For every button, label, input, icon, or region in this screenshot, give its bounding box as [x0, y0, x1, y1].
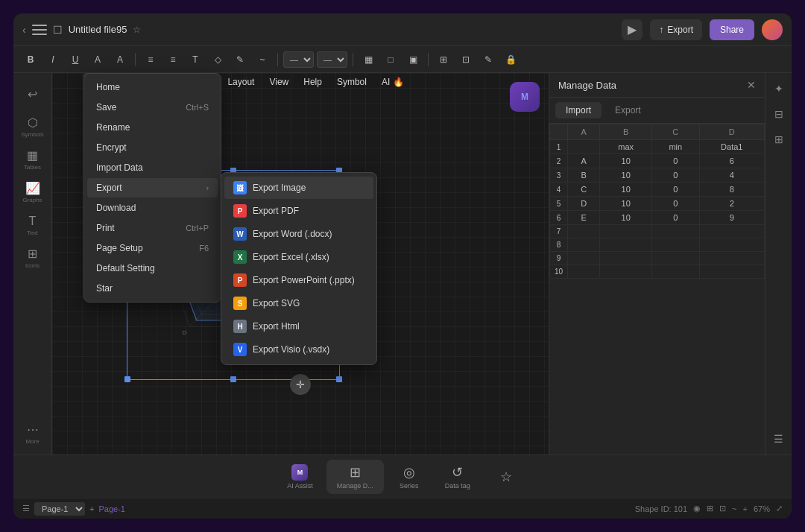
- cell-1-d[interactable]: Data1: [699, 140, 764, 154]
- menu-default-setting[interactable]: Default Setting: [87, 259, 218, 278]
- cell-4-a[interactable]: C: [568, 183, 600, 197]
- cell-9-a[interactable]: [568, 252, 600, 265]
- cell-6-d[interactable]: 9: [699, 211, 764, 225]
- cell-3-c[interactable]: 0: [652, 168, 699, 183]
- cell-7-c[interactable]: [652, 225, 699, 238]
- container-button[interactable]: ▣: [403, 50, 423, 69]
- sidebar-item-undo[interactable]: ↩: [18, 79, 48, 109]
- export-image[interactable]: 🖼 Export Image: [224, 177, 373, 199]
- export-button[interactable]: ↑ Export: [650, 19, 702, 40]
- fullscreen-icon[interactable]: ⤢: [776, 504, 783, 513]
- shape-tool-button[interactable]: ◇: [208, 50, 227, 69]
- menu-print[interactable]: Print Ctrl+P: [87, 218, 218, 238]
- export-word[interactable]: W Export Word (.docx): [224, 223, 373, 245]
- line-style-select[interactable]: —: [283, 51, 314, 68]
- cell-8-a[interactable]: [568, 238, 600, 252]
- star-icon[interactable]: ☆: [133, 25, 141, 35]
- font-color-button[interactable]: A: [88, 50, 107, 69]
- sidebar-item-tables[interactable]: ▦ Tables: [18, 145, 48, 174]
- sidebar-item-more[interactable]: ⋯ More: [18, 419, 48, 449]
- export-ppt[interactable]: P Export PowerPoint (.pptx): [224, 269, 373, 291]
- cell-2-d[interactable]: 6: [699, 154, 764, 168]
- line-width-select[interactable]: —: [317, 51, 347, 68]
- menu-export[interactable]: Export ›: [87, 178, 218, 197]
- cell-5-c[interactable]: 0: [652, 197, 699, 211]
- bt-ai-assist[interactable]: M AI Assist: [277, 460, 323, 494]
- menu-page-setup[interactable]: Page Setup F6: [87, 238, 218, 258]
- sidebar-item-symbols[interactable]: ⬡ Symbols: [18, 112, 48, 142]
- cell-7-a[interactable]: [568, 225, 600, 238]
- export-svg[interactable]: S Export SVG: [224, 292, 373, 314]
- cell-2-a[interactable]: A: [568, 154, 600, 168]
- align-center-button[interactable]: ≡: [163, 50, 183, 69]
- export-html[interactable]: H Export Html: [224, 315, 373, 338]
- cell-1-a[interactable]: [568, 140, 600, 154]
- cell-8-c[interactable]: [652, 238, 699, 252]
- table-button[interactable]: ▦: [359, 50, 378, 69]
- cell-3-b[interactable]: 10: [600, 168, 652, 183]
- snap-button[interactable]: ⊡: [456, 50, 476, 69]
- connector-tool-button[interactable]: ~: [253, 50, 272, 69]
- page-select[interactable]: Page-1: [34, 502, 85, 516]
- cell-9-c[interactable]: [652, 252, 699, 265]
- user-avatar[interactable]: [762, 19, 783, 40]
- cell-9-b[interactable]: [600, 252, 652, 265]
- bt-series[interactable]: ◎ Series: [387, 460, 432, 494]
- sidebar-item-icons[interactable]: ⊞ Icons: [18, 243, 48, 273]
- cell-8-d[interactable]: [699, 238, 764, 252]
- right-icon-layers[interactable]: ⊟: [769, 104, 789, 124]
- cell-3-a[interactable]: B: [568, 168, 600, 183]
- cell-6-a[interactable]: E: [568, 211, 600, 225]
- cell-10-d[interactable]: [699, 265, 764, 279]
- cell-10-c[interactable]: [652, 265, 699, 279]
- ai-badge[interactable]: M: [510, 82, 540, 112]
- cell-4-b[interactable]: 10: [600, 183, 652, 197]
- tab-import[interactable]: Import: [555, 102, 602, 118]
- back-button[interactable]: ‹: [22, 24, 26, 36]
- tab-export[interactable]: Export: [604, 102, 651, 118]
- cell-5-b[interactable]: 10: [600, 197, 652, 211]
- cell-10-a[interactable]: [568, 265, 600, 279]
- lock-button[interactable]: 🔒: [501, 50, 520, 69]
- menubar-help[interactable]: Help: [296, 73, 329, 91]
- cell-7-d[interactable]: [699, 225, 764, 238]
- text-tool-button[interactable]: T: [186, 50, 205, 69]
- menu-home[interactable]: Home: [87, 77, 218, 97]
- cell-7-b[interactable]: [600, 225, 652, 238]
- handle-bottom-mid[interactable]: [230, 376, 236, 382]
- cell-1-c[interactable]: min: [652, 140, 699, 154]
- menubar-symbol[interactable]: Symbol: [329, 73, 374, 91]
- share-button[interactable]: Share: [710, 19, 754, 40]
- menu-icon[interactable]: [32, 25, 47, 35]
- add-page-button[interactable]: +: [89, 504, 94, 513]
- font-highlight-button[interactable]: A: [110, 50, 130, 69]
- cell-2-c[interactable]: 0: [652, 154, 699, 168]
- right-icon-grid[interactable]: ⊞: [769, 130, 789, 149]
- cell-9-d[interactable]: [699, 252, 764, 265]
- bold-button[interactable]: B: [21, 50, 40, 69]
- menubar-layout[interactable]: Layout: [220, 73, 262, 91]
- play-button[interactable]: ▶: [622, 19, 643, 40]
- export-pdf[interactable]: P Export PDF: [224, 200, 373, 222]
- menu-save[interactable]: Save Ctrl+S: [87, 98, 218, 117]
- italic-button[interactable]: I: [43, 50, 63, 69]
- align-left-button[interactable]: ≡: [141, 50, 160, 69]
- panel-close-button[interactable]: ✕: [747, 79, 756, 91]
- bt-manage-data[interactable]: ⊞ Manage D...: [326, 460, 384, 494]
- right-icon-magic[interactable]: ✦: [769, 79, 789, 98]
- menu-import-data[interactable]: Import Data: [87, 158, 218, 177]
- data-table-wrap[interactable]: A B C D 1 max min Data1: [549, 124, 765, 455]
- edit-button[interactable]: ✎: [479, 50, 498, 69]
- cell-1-b[interactable]: max: [600, 140, 652, 154]
- cell-8-b[interactable]: [600, 238, 652, 252]
- cell-4-d[interactable]: 8: [699, 183, 764, 197]
- cell-6-c[interactable]: 0: [652, 211, 699, 225]
- cell-5-d[interactable]: 2: [699, 197, 764, 211]
- frame-button[interactable]: □: [381, 50, 400, 69]
- bt-data-tag[interactable]: ↺ Data tag: [435, 460, 481, 494]
- handle-bottom-right[interactable]: [336, 376, 342, 382]
- sidebar-item-text[interactable]: T Text: [18, 210, 48, 240]
- grid-button[interactable]: ⊞: [434, 50, 453, 69]
- sidebar-item-graphs[interactable]: 📈 Graphs: [18, 177, 48, 207]
- menu-download[interactable]: Download: [87, 198, 218, 218]
